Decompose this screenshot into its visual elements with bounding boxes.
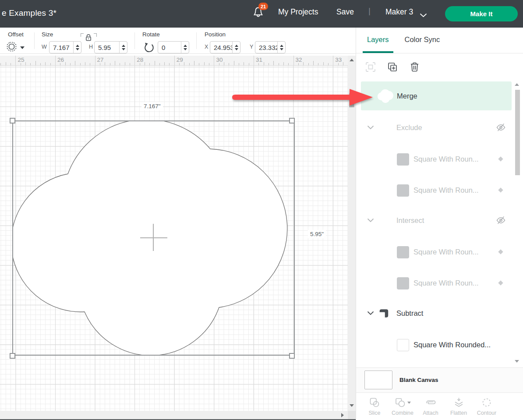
resize-handle-top-left[interactable] [10,118,15,124]
ruler-number: 28 [137,56,143,63]
flatten-icon [453,396,465,409]
trash-icon[interactable] [409,61,420,73]
resize-handle-bottom-left[interactable] [10,353,15,359]
ruler-tick [70,63,71,65]
ruler-tick [155,61,155,65]
y-input-group [255,41,286,53]
rotate-label: Rotate [142,31,160,38]
ruler-tick [130,63,130,65]
combine-button[interactable]: Combine [390,396,415,416]
layer-group-header[interactable]: Subtract [356,303,523,323]
layers-panel: Layers Color Sync [356,28,523,420]
scroll-down-arrow-icon[interactable] [350,404,354,407]
ruler-tick [283,62,284,65]
make-it-button[interactable]: Make It [445,6,518,21]
x-position-input[interactable] [210,42,232,53]
rotate-icon[interactable] [143,42,155,55]
ruler-tick [318,63,318,65]
ruler-tick [199,63,199,65]
ruler-number: 27 [97,56,104,63]
canvas-vertical-scrollbar[interactable] [348,56,356,411]
canvas-horizontal-scrollbar[interactable] [0,411,348,420]
group-select-icon[interactable] [365,61,376,73]
ruler-tick [75,61,75,65]
size-label: Size [42,31,53,38]
offset-button[interactable] [6,41,25,54]
rotate-input[interactable] [158,42,181,53]
contour-button[interactable]: Contour [474,396,499,416]
ruler-inch-line [174,56,175,65]
lock-connector-right [94,33,97,37]
resize-handle-bottom-right[interactable] [289,353,295,359]
ruler-tick [60,63,60,65]
layer-group-exclude: Exclude Square With Roun...Square With R… [356,117,523,206]
nav-save[interactable]: Save [336,7,354,17]
panel-scroll-up-icon[interactable] [515,83,519,86]
panel-tabs: Layers Color Sync [356,28,523,53]
layer-group-header[interactable]: Exclude [356,117,523,138]
layer-row-child[interactable]: Square With Roun... [356,236,523,268]
tab-color-sync[interactable]: Color Sync [400,28,445,53]
design-canvas[interactable]: 7.167" 5.95" [0,66,348,411]
visibility-hidden-icon[interactable] [496,215,506,227]
blank-canvas-row[interactable]: Blank Canvas [356,367,523,392]
ruler-number: 32 [296,56,302,63]
chevron-down-icon[interactable] [420,11,427,19]
ruler-tick [50,63,51,65]
rotate-stepper[interactable] [181,42,189,53]
height-stepper[interactable] [119,42,127,53]
rotate-input-group [158,41,189,53]
ruler-tick [288,63,289,65]
layer-row-merge[interactable]: Merge [361,81,512,110]
height-input[interactable] [95,42,119,53]
ruler-tick [140,63,140,65]
layer-label: Square With Roun... [413,186,479,194]
attach-icon [424,396,437,409]
flatten-button[interactable]: Flatten [446,396,471,416]
layer-row-child[interactable]: Square With Roun... [356,144,523,175]
layer-group-header[interactable]: Intersect [356,210,523,230]
scroll-right-arrow-icon[interactable] [341,413,344,417]
action-label: Slice [368,410,380,416]
layer-row-child[interactable]: Square With Roun... [356,175,523,206]
ruler-tick [6,62,6,65]
layer-label: Square With Rounded... [413,341,491,349]
width-input[interactable] [49,42,73,53]
layer-label: Square With Roun... [413,248,479,256]
x-input-group [210,41,240,53]
contour-icon [481,396,492,409]
y-stepper[interactable] [277,42,285,53]
nav-my-projects[interactable]: My Projects [278,7,318,17]
size-lock-icon[interactable] [85,33,92,43]
visibility-hidden-icon[interactable] [496,123,506,134]
tab-layers[interactable]: Layers [363,28,393,53]
ruler-tick [85,62,85,65]
chevron-down-icon[interactable] [367,218,374,222]
width-input-group [49,41,81,53]
shape-center-cross [153,224,154,251]
machine-selector[interactable]: Maker 3 [385,7,413,17]
width-stepper[interactable] [73,42,81,53]
x-stepper[interactable] [232,42,240,53]
scrollbar-corner [348,411,356,420]
ruler-tick [11,63,11,65]
layer-row-child[interactable]: Square With Rounded... [356,329,523,360]
bell-icon [252,13,264,20]
panel-scroll-down-icon[interactable] [515,360,519,363]
x-label: X [205,44,208,50]
ruler-tick [313,61,314,65]
ruler-tick [264,62,264,65]
panel-scroll-thumb[interactable] [515,90,520,175]
y-position-input[interactable] [255,42,277,53]
slice-button[interactable]: Slice [362,396,387,416]
duplicate-icon[interactable] [387,61,398,73]
scroll-up-arrow-icon[interactable] [350,59,354,61]
resize-handle-top-right[interactable] [289,118,295,124]
layer-row-child[interactable]: Square With Roun... [356,268,523,299]
chevron-down-icon[interactable] [367,311,374,315]
ruler-tick [179,63,180,65]
chevron-down-icon[interactable] [367,125,374,130]
notification-badge: 21 [258,3,268,10]
notifications-button[interactable]: 21 [252,6,267,22]
attach-button[interactable]: Attach [418,396,443,416]
